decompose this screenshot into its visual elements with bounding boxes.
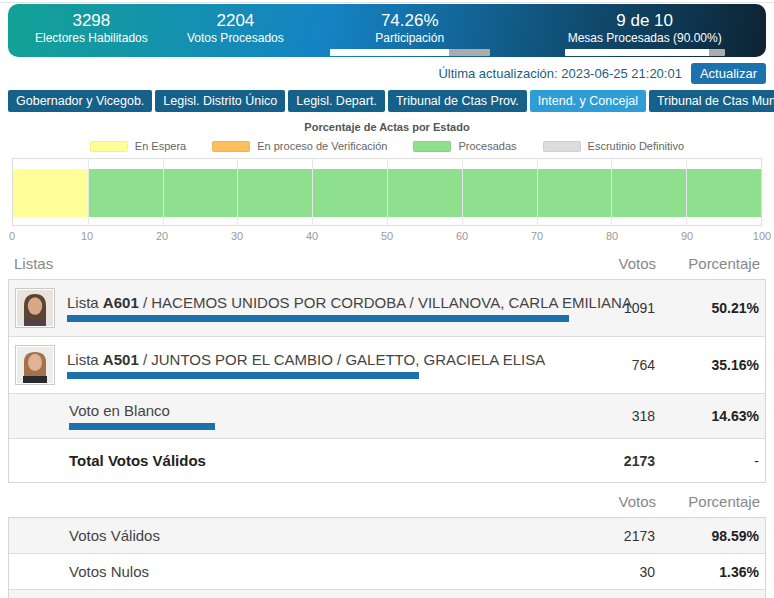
participation-progressbar: [330, 49, 490, 56]
tab-intend-y-concejal[interactable]: Intend. y Concejal: [530, 90, 646, 112]
header-votos: Votos: [564, 255, 656, 272]
stat-label: Participación: [375, 31, 444, 45]
header-porcentaje: Porcentaje: [656, 493, 760, 510]
update-bar: Última actualización: 2023-06-25 21:20:0…: [0, 57, 774, 87]
stat-mesas-procesadas: 9 de 10 Mesas Procesadas (90.00%): [523, 4, 766, 57]
votes-cell: 30: [563, 564, 655, 580]
list-code: A601: [103, 294, 139, 311]
list-cell: Lista A601 / HACEMOS UNIDOS POR CORDOBA …: [55, 294, 563, 322]
chart-axis: 0102030405060708090100: [12, 230, 762, 243]
gridline: [88, 159, 89, 225]
header-porcentaje: Porcentaje: [656, 255, 760, 272]
tab-tribunal-de-ctas-municip[interactable]: Tribunal de Ctas Municip: [649, 90, 774, 112]
legend-item: Escrutinio Definitivo: [543, 140, 685, 152]
percentage-cell: 35.16%: [655, 357, 759, 373]
votes-cell: 1091: [563, 300, 655, 316]
percentage-cell: -: [655, 453, 759, 469]
tab-legisl-distrito-nico[interactable]: Legisl. Distrito Único: [155, 90, 285, 112]
gridline: [537, 159, 538, 225]
results-table: Lista A601 / HACEMOS UNIDOS POR CORDOBA …: [8, 279, 766, 483]
legend-label: Escrutinio Definitivo: [588, 140, 685, 152]
axis-tick-label: 30: [231, 230, 243, 242]
gridline: [237, 159, 238, 225]
bar-segment-en-espera: [13, 169, 88, 217]
stat-label: Votos Procesados: [187, 31, 284, 45]
table-row-votos-recurridos: Votos Recurridos 0 0.00%: [9, 589, 765, 598]
axis-tick-label: 90: [681, 230, 693, 242]
table-row-total-votos-validos: Total Votos Válidos 2173 -: [9, 438, 765, 482]
tabs: Gobernador y Vicegob.Legisl. Distrito Ún…: [8, 90, 766, 112]
list-cell: Total Votos Válidos: [15, 452, 563, 469]
table-row-votos-validos: Votos Válidos 2173 98.59%: [9, 518, 765, 553]
refresh-button[interactable]: Actualizar: [691, 63, 766, 84]
table-row-votos-nulos: Votos Nulos 30 1.36%: [9, 553, 765, 589]
result-bar: [69, 423, 215, 430]
gridline: [312, 159, 313, 225]
mesas-progress-fill: [565, 49, 709, 56]
legend-swatch: [413, 141, 451, 152]
candidate-photo: [15, 345, 55, 385]
percentage-cell: 14.63%: [655, 408, 759, 424]
gridline: [387, 159, 388, 225]
chart-legend: En EsperaEn proceso de VerificaciónProce…: [0, 140, 774, 152]
tab-legisl-depart[interactable]: Legisl. Depart.: [288, 90, 385, 112]
total-label: Total Votos Válidos: [69, 452, 563, 469]
gridline: [163, 159, 164, 225]
votes-cell: 2173: [563, 453, 655, 469]
stat-value: 74.26%: [381, 11, 439, 30]
axis-tick-label: 20: [156, 230, 168, 242]
stat-value: 9 de 10: [616, 11, 673, 30]
stat-participacion: 74.26% Participación: [296, 4, 523, 57]
votes-cell: 764: [563, 357, 655, 373]
result-bar: [67, 372, 419, 379]
list-code: A501: [103, 351, 139, 368]
axis-tick-label: 100: [753, 230, 771, 242]
legend-swatch: [212, 141, 250, 152]
legend-label: En proceso de Verificación: [257, 140, 387, 152]
list-label: Lista A501 / JUNTOS POR EL CAMBIO / GALE…: [67, 351, 563, 368]
percentage-cell: 1.36%: [655, 564, 759, 580]
legend-label: En Espera: [135, 140, 186, 152]
candidate-portrait-icon: [17, 347, 53, 383]
table-row-lista-a501: Lista A501 / JUNTOS POR EL CAMBIO / GALE…: [9, 336, 765, 393]
header-listas: Listas: [14, 255, 564, 272]
top-divider: [0, 0, 774, 3]
last-update-text: Última actualización: 2023-06-25 21:20:0…: [438, 66, 682, 81]
gridline: [462, 159, 463, 225]
votes-cell: 318: [563, 408, 655, 424]
list-label: Lista A601 / HACEMOS UNIDOS POR CORDOBA …: [67, 294, 563, 311]
legend-item: En Espera: [90, 140, 186, 152]
legend-item: Procesadas: [413, 140, 516, 152]
chart-title: Porcentaje de Actas por Estado: [0, 121, 774, 133]
gridline: [686, 159, 687, 225]
stat-label: Mesas Procesadas (90.00%): [568, 31, 722, 45]
axis-tick-label: 0: [9, 230, 15, 242]
candidate-photo: [15, 288, 55, 328]
stat-votos-procesados: 2204 Votos Procesados: [175, 4, 296, 57]
legend-item: En proceso de Verificación: [212, 140, 387, 152]
percentage-cell: 98.59%: [655, 528, 759, 544]
legend-label: Procesadas: [458, 140, 516, 152]
percentage-cell: 50.21%: [655, 300, 759, 316]
axis-tick-label: 50: [381, 230, 393, 242]
table-row-lista-a601: Lista A601 / HACEMOS UNIDOS POR CORDOBA …: [9, 280, 765, 336]
legend-swatch: [543, 141, 581, 152]
row-label: Votos Válidos: [15, 527, 563, 544]
votes-cell: 2173: [563, 528, 655, 544]
participation-progress-fill: [330, 49, 449, 56]
tab-tribunal-de-ctas-prov[interactable]: Tribunal de Ctas Prov.: [388, 90, 527, 112]
result-bar: [67, 315, 569, 322]
bar-segment-procesadas: [88, 169, 761, 217]
tab-gobernador-y-vicegob[interactable]: Gobernador y Vicegob.: [8, 90, 152, 112]
legend-swatch: [90, 141, 128, 152]
axis-tick-label: 40: [306, 230, 318, 242]
mesas-progressbar: [565, 49, 725, 56]
table-row-voto-en-blanco: Voto en Blanco 318 14.63%: [9, 393, 765, 438]
stat-label: Electores Habilitados: [35, 31, 148, 45]
axis-tick-label: 10: [81, 230, 93, 242]
axis-tick-label: 60: [456, 230, 468, 242]
axis-tick-label: 70: [531, 230, 543, 242]
stats-bar: 3298 Electores Habilitados 2204 Votos Pr…: [8, 4, 766, 57]
candidate-portrait-icon: [17, 290, 53, 326]
list-label: Voto en Blanco: [69, 402, 563, 419]
